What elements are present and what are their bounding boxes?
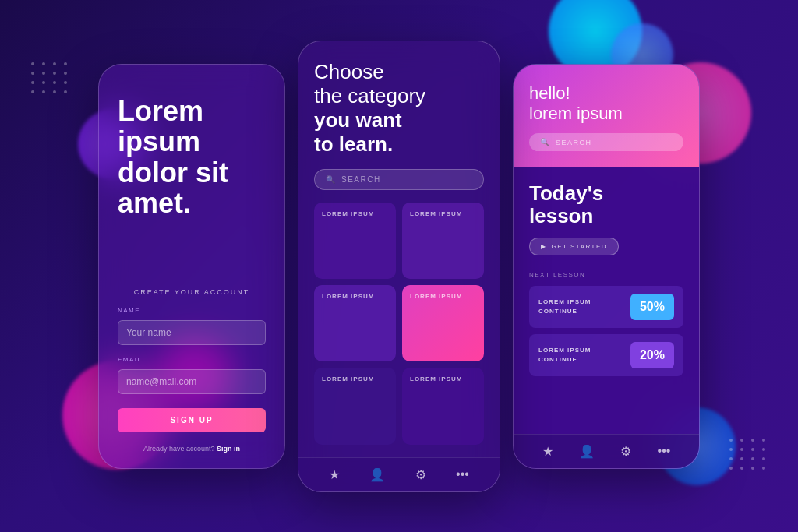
choose-title: Choosethe categoryyou wantto learn. — [314, 60, 484, 157]
lesson-1-progress: 50% — [630, 294, 674, 320]
center-search-label: SEARCH — [341, 175, 381, 184]
right-search-bar[interactable]: 🔍 SEARCH — [529, 133, 683, 151]
category-label-4: LOREM IPSUM — [410, 293, 462, 300]
get-started-label: GET STARTED — [552, 243, 608, 250]
phones-container: Lorem ipsum dolor sit amet. CREATE YOUR … — [98, 41, 700, 492]
get-started-icon: ▶ — [541, 243, 547, 250]
category-card-6[interactable]: LOREM IPSUM — [402, 368, 484, 444]
center-search-bar[interactable]: 🔍 SEARCH — [314, 169, 484, 190]
category-card-4[interactable]: LOREM IPSUM — [402, 285, 484, 361]
phone-center: Choosethe categoryyou wantto learn. 🔍 SE… — [298, 41, 500, 492]
category-card-3[interactable]: LOREM IPSUM — [314, 285, 396, 361]
create-account-section: CREATE YOUR ACCOUNT NAME EMAIL SIGN UP A… — [118, 288, 266, 453]
category-card-5[interactable]: LOREM IPSUM — [314, 368, 396, 444]
right-nav-settings-icon[interactable]: ⚙ — [620, 444, 631, 459]
right-bottom-section: Today'slesson ▶ GET STARTED NEXT LESSON … — [514, 167, 699, 433]
right-nav-star-icon[interactable]: ★ — [542, 444, 553, 459]
category-label-1: LOREM IPSUM — [322, 210, 374, 217]
category-label-2: LOREM IPSUM — [410, 210, 462, 217]
dots-bottom-right — [729, 439, 767, 470]
nav-settings-icon[interactable]: ⚙ — [415, 467, 426, 482]
categories-grid: LOREM IPSUM LOREM IPSUM LOREM IPSUM LORE… — [314, 203, 484, 444]
get-started-button[interactable]: ▶ GET STARTED — [529, 238, 619, 255]
center-bottom-nav: ★ 👤 ⚙ ••• — [298, 457, 500, 491]
name-input[interactable] — [118, 320, 266, 345]
email-label: EMAIL — [118, 356, 266, 363]
next-lesson-label: NEXT LESSON — [529, 271, 683, 278]
right-search-icon: 🔍 — [540, 138, 549, 146]
lesson-1-text: LOREM IPSUMCONTINUE — [538, 298, 591, 318]
signup-button[interactable]: SIGN UP — [118, 408, 266, 432]
phone-left: Lorem ipsum dolor sit amet. CREATE YOUR … — [98, 64, 285, 469]
category-label-6: LOREM IPSUM — [410, 375, 462, 382]
nav-star-icon[interactable]: ★ — [329, 467, 340, 482]
category-label-3: LOREM IPSUM — [322, 293, 374, 300]
signin-text-label: Already have account? — [143, 445, 215, 453]
right-top-section: hello! lorem ipsum 🔍 SEARCH — [514, 65, 699, 167]
signin-link[interactable]: Sign in — [217, 445, 240, 453]
right-search-label: SEARCH — [556, 139, 592, 146]
lesson-card-2[interactable]: LOREM IPSUMCONTINUE 20% — [529, 334, 683, 376]
name-label: NAME — [118, 307, 266, 314]
right-nav-more-icon[interactable]: ••• — [658, 444, 671, 458]
category-label-5: LOREM IPSUM — [322, 375, 374, 382]
hello-title: hello! lorem ipsum — [529, 83, 683, 125]
category-card-2[interactable]: LOREM IPSUM — [402, 203, 484, 279]
nav-user-icon[interactable]: 👤 — [369, 467, 385, 482]
category-card-1[interactable]: LOREM IPSUM — [314, 203, 396, 279]
signin-prompt: Already have account? Sign in — [118, 445, 266, 453]
right-bottom-nav: ★ 👤 ⚙ ••• — [514, 434, 699, 468]
email-input[interactable] — [118, 369, 266, 394]
right-nav-user-icon[interactable]: 👤 — [579, 444, 595, 459]
todays-lesson-title: Today'slesson — [529, 182, 683, 227]
dots-top-left — [31, 62, 69, 93]
search-icon: 🔍 — [326, 175, 335, 184]
lesson-2-progress: 20% — [630, 342, 674, 368]
hero-text: Lorem ipsum dolor sit amet. — [118, 96, 266, 288]
nav-more-icon[interactable]: ••• — [456, 467, 469, 481]
lesson-2-text: LOREM IPSUMCONTINUE — [538, 346, 591, 366]
phone-right: hello! lorem ipsum 🔍 SEARCH Today'slesso… — [513, 64, 700, 469]
create-account-label: CREATE YOUR ACCOUNT — [118, 288, 266, 296]
center-content: Choosethe categoryyou wantto learn. 🔍 SE… — [298, 41, 500, 457]
lesson-card-1[interactable]: LOREM IPSUMCONTINUE 50% — [529, 286, 683, 328]
